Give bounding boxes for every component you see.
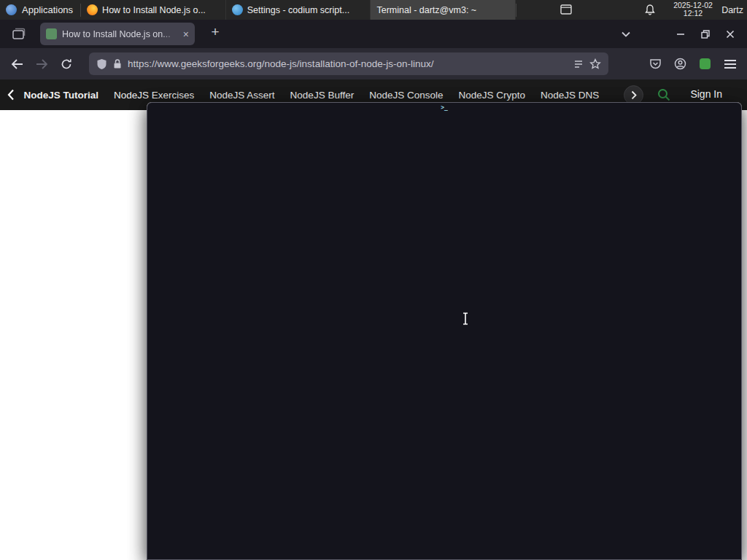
firefox-icon xyxy=(87,4,98,15)
bookmark-star-icon[interactable] xyxy=(589,58,601,69)
taskbar-button-codium[interactable]: Settings - codium script... xyxy=(226,0,371,20)
tab-favicon xyxy=(46,28,57,39)
account-icon[interactable] xyxy=(669,53,691,75)
tab-bar: How to Install Node.js on... × + xyxy=(0,20,747,48)
taskbar: How to Install Node.js o...Settings - co… xyxy=(81,0,516,20)
terminal-icon xyxy=(147,102,742,560)
clock[interactable]: 2025-12-02 12:12 xyxy=(665,1,721,18)
window-minimize-button[interactable] xyxy=(668,20,693,48)
taskbar-button-label: How to Install Node.js o... xyxy=(102,5,206,15)
new-tab-button[interactable]: + xyxy=(206,24,224,40)
reload-button[interactable] xyxy=(55,53,77,75)
window-close-button[interactable] xyxy=(718,20,743,48)
clock-time: 12:12 xyxy=(665,9,721,18)
reader-view-icon[interactable] xyxy=(573,59,584,69)
taskbar-button-firefox[interactable]: How to Install Node.js o... xyxy=(81,0,226,20)
menu-hamburger-icon[interactable] xyxy=(719,53,741,75)
back-button[interactable] xyxy=(6,53,28,75)
notifications-bell-icon[interactable] xyxy=(645,4,655,18)
window-restore-button[interactable] xyxy=(693,20,718,48)
panel-separator xyxy=(516,4,516,17)
taskbar-button-label: Settings - codium script... xyxy=(247,5,349,15)
forward-button[interactable] xyxy=(31,53,53,75)
top-panel: Applications How to Install Node.js o...… xyxy=(0,0,747,20)
applications-menu-button[interactable]: Applications xyxy=(0,0,80,20)
tab-close-icon[interactable]: × xyxy=(183,28,189,40)
firefox-view-icon[interactable] xyxy=(10,26,26,42)
site-nav-item[interactable]: NodeJS Tutorial xyxy=(16,90,107,101)
site-nav-item[interactable]: NodeJS Assert xyxy=(202,90,282,101)
extension-icon[interactable] xyxy=(700,58,711,69)
pocket-icon[interactable] xyxy=(644,53,666,75)
site-nav-item[interactable]: NodeJS DNS xyxy=(533,90,607,101)
site-nav-item[interactable]: NodeJS Console xyxy=(362,90,451,101)
nav-scroll-left-icon[interactable] xyxy=(7,89,15,101)
list-tabs-icon[interactable] xyxy=(616,31,636,37)
taskbar-button-label: Terminal - dartz@vm3: ~ xyxy=(376,5,476,15)
mouse-cursor xyxy=(462,312,469,328)
url-bar[interactable]: https://www.geeksforgeeks.org/node-js/in… xyxy=(89,52,608,75)
browser-tab[interactable]: How to Install Node.js on... × xyxy=(40,23,195,45)
taskbar-button-terminal[interactable]: Terminal - dartz@vm3: ~ xyxy=(371,0,516,20)
toolbar-right-icons xyxy=(643,53,747,75)
user-label: Dartz xyxy=(721,5,743,15)
applications-menu-icon xyxy=(6,4,17,15)
tab-title: How to Install Node.js on... xyxy=(62,29,178,39)
window-controls xyxy=(616,20,743,48)
tray-window-icon[interactable] xyxy=(560,4,572,17)
site-nav-item[interactable]: NodeJS Exercises xyxy=(107,90,202,101)
sign-in-button[interactable]: Sign In xyxy=(690,88,722,100)
site-nav-items: NodeJS TutorialNodeJS ExercisesNodeJS As… xyxy=(16,90,607,101)
site-nav-item[interactable]: NodeJS Crypto xyxy=(451,90,533,101)
codium-icon xyxy=(232,4,243,15)
url-text: https://www.geeksforgeeks.org/node-js/in… xyxy=(128,58,568,69)
applications-menu-label: Applications xyxy=(22,4,73,15)
navigation-toolbar: https://www.geeksforgeeks.org/node-js/in… xyxy=(0,48,747,79)
lock-icon[interactable] xyxy=(113,58,122,69)
shield-icon[interactable] xyxy=(96,58,107,70)
site-nav-item[interactable]: NodeJS Buffer xyxy=(282,90,362,101)
